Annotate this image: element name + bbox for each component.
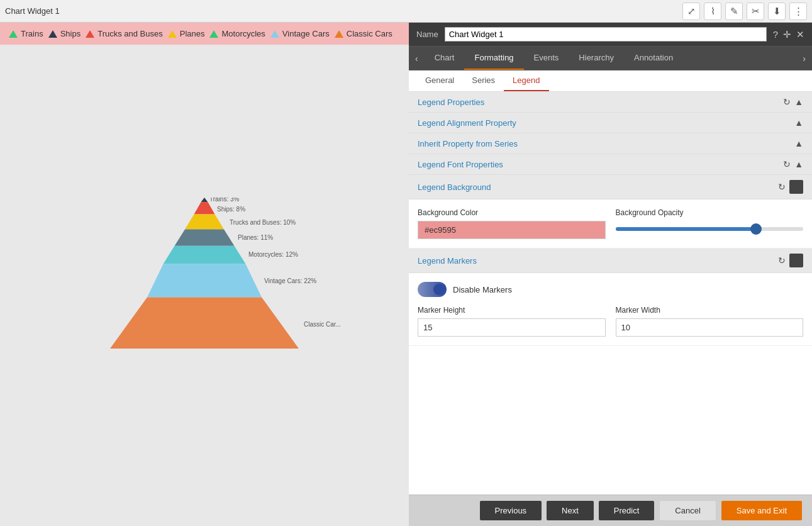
tab-formatting[interactable]: Formatting <box>464 47 523 70</box>
marker-dimensions-row: Marker Height Marker Width <box>418 306 803 337</box>
collapse-icon-legend-font[interactable]: ▲ <box>794 159 803 169</box>
label-trains: Trains: 3% <box>209 198 240 203</box>
legend-markers-title: Legend Markers <box>418 256 477 266</box>
chart-panel: Trains Ships Trucks and Buses Planes Mot… <box>0 23 409 526</box>
legend-background-icons: ↻ <box>778 180 803 194</box>
legend-motorcycles: Motorcycles <box>209 29 265 38</box>
legend-background-header[interactable]: Legend Background ↻ <box>409 175 812 199</box>
tab-chart[interactable]: Chart <box>425 47 465 70</box>
header-icons: ? ✛ ✕ <box>773 29 804 40</box>
marker-width-input[interactable] <box>616 318 804 337</box>
label-ships: Ships: 8% <box>217 206 245 213</box>
subtab-series[interactable]: Series <box>463 70 504 91</box>
top-bar-actions: ⤢ ⌇ ✎ ✂ ⬇ ⋮ <box>682 3 807 20</box>
legend-trucks: Trucks and Buses <box>86 29 163 38</box>
save-exit-button[interactable]: Save and Exit <box>721 501 802 520</box>
opacity-slider-track[interactable] <box>616 227 804 231</box>
legend-ships: Ships <box>48 29 81 38</box>
pin-icon[interactable]: ✛ <box>783 29 791 40</box>
legend-background-body: Background Color Background Opacity <box>409 199 812 249</box>
legend-trucks-label: Trucks and Buses <box>97 29 163 38</box>
bg-color-label: Background Color <box>418 208 606 217</box>
planes-triangle-icon <box>168 30 177 38</box>
rp-content: Legend Properties ↻ ▲ Legend Alignment P… <box>409 92 812 495</box>
bottom-bar: Previous Next Predict Cancel Save and Ex… <box>409 495 812 526</box>
pyramid-motorcycles <box>164 245 246 264</box>
refresh-icon-markers[interactable]: ↻ <box>778 255 786 266</box>
legend-trains: Trains <box>9 29 43 38</box>
tab-annotation[interactable]: Annotation <box>624 47 683 70</box>
marker-height-label: Marker Height <box>418 306 606 315</box>
legend-font-icons: ↻ ▲ <box>783 159 803 169</box>
label-motorcycles: Motorcycles: 12% <box>248 251 298 258</box>
collapse-icon-legend-props[interactable]: ▲ <box>794 97 803 107</box>
opacity-col: Background Opacity <box>616 208 804 239</box>
classic-triangle-icon <box>335 30 343 38</box>
move-icon[interactable]: ⤢ <box>682 3 700 20</box>
legend-classic: Classic Cars <box>335 29 392 38</box>
legend-properties-title: Legend Properties <box>418 98 484 107</box>
chart-area: Trains: 3% Ships: 8% Trucks and Buses: 1… <box>0 45 409 526</box>
name-input[interactable] <box>445 27 767 42</box>
legend-alignment-icons: ▲ <box>794 118 803 128</box>
label-vintage: Vintage Cars: 22% <box>264 277 316 284</box>
legend-markers-header[interactable]: Legend Markers ↻ <box>409 249 812 273</box>
previous-button[interactable]: Previous <box>480 501 542 520</box>
predict-button[interactable]: Predict <box>599 501 654 520</box>
pyramid-ships <box>194 202 215 214</box>
close-icon[interactable]: ✕ <box>796 29 804 40</box>
cancel-button[interactable]: Cancel <box>659 500 716 521</box>
refresh-icon-legend-props[interactable]: ↻ <box>783 97 791 107</box>
pyramid-trucks <box>185 214 224 229</box>
refresh-icon-legend-font[interactable]: ↻ <box>783 159 791 169</box>
marker-width-label: Marker Width <box>616 306 804 315</box>
trains-triangle-icon <box>9 30 18 38</box>
opacity-slider-thumb[interactable] <box>750 223 762 235</box>
label-classic: Classic Car... <box>304 321 341 328</box>
help-icon[interactable]: ? <box>773 29 778 40</box>
legend-properties-icons: ↻ ▲ <box>783 97 803 107</box>
bg-color-input[interactable] <box>418 221 606 239</box>
bg-color-opacity-row: Background Color Background Opacity <box>418 208 803 239</box>
label-planes: Planes: 11% <box>238 234 273 241</box>
disable-markers-toggle[interactable] <box>418 282 447 297</box>
refresh-icon-legend-bg[interactable]: ↻ <box>778 182 786 192</box>
legend-font-title: Legend Font Properties <box>418 160 503 169</box>
pyramid-trains <box>201 198 208 202</box>
marker-height-col: Marker Height <box>418 306 606 337</box>
edit-lines-icon[interactable]: ⌇ <box>704 3 721 20</box>
legend-planes: Planes <box>168 29 205 38</box>
subtab-general[interactable]: General <box>416 70 463 91</box>
dark-btn-legend-bg[interactable] <box>789 180 803 194</box>
legend-trains-label: Trains <box>21 29 43 38</box>
marker-height-input[interactable] <box>418 318 606 337</box>
inherit-property-header[interactable]: Inherit Property from Series ▲ <box>409 133 812 154</box>
pyramid-planes <box>175 229 235 245</box>
legend-alignment-header[interactable]: Legend Alignment Property ▲ <box>409 113 812 133</box>
legend-background-title: Legend Background <box>418 182 491 192</box>
tab-arrow-left[interactable]: ‹ <box>409 48 425 69</box>
bg-color-col: Background Color <box>418 208 606 239</box>
rp-header: Name ? ✛ ✕ <box>409 23 812 47</box>
edit-icon[interactable]: ✎ <box>725 3 743 20</box>
collapse-icon-legend-align[interactable]: ▲ <box>794 118 803 128</box>
next-button[interactable]: Next <box>547 501 594 520</box>
settings-icon[interactable]: ✂ <box>747 3 764 20</box>
download-icon[interactable]: ⬇ <box>768 3 786 20</box>
label-trucks: Trucks and Buses: 10% <box>230 219 296 226</box>
dark-btn-markers[interactable] <box>789 254 803 267</box>
collapse-icon-inherit[interactable]: ▲ <box>794 138 803 148</box>
marker-width-col: Marker Width <box>616 306 804 337</box>
vintage-triangle-icon <box>270 30 279 38</box>
rp-subtabs: General Series Legend <box>409 70 812 92</box>
subtab-legend[interactable]: Legend <box>504 70 548 91</box>
legend-ships-label: Ships <box>60 29 81 38</box>
legend-properties-header[interactable]: Legend Properties ↻ ▲ <box>409 92 812 113</box>
legend-font-header[interactable]: Legend Font Properties ↻ ▲ <box>409 154 812 175</box>
tab-arrow-right[interactable]: › <box>796 48 812 69</box>
top-bar: Chart Widget 1 ⤢ ⌇ ✎ ✂ ⬇ ⋮ <box>0 0 812 23</box>
tab-events[interactable]: Events <box>524 47 569 70</box>
legend-markers-icons: ↻ <box>778 254 803 267</box>
more-icon[interactable]: ⋮ <box>789 3 807 20</box>
tab-hierarchy[interactable]: Hierarchy <box>569 47 624 70</box>
